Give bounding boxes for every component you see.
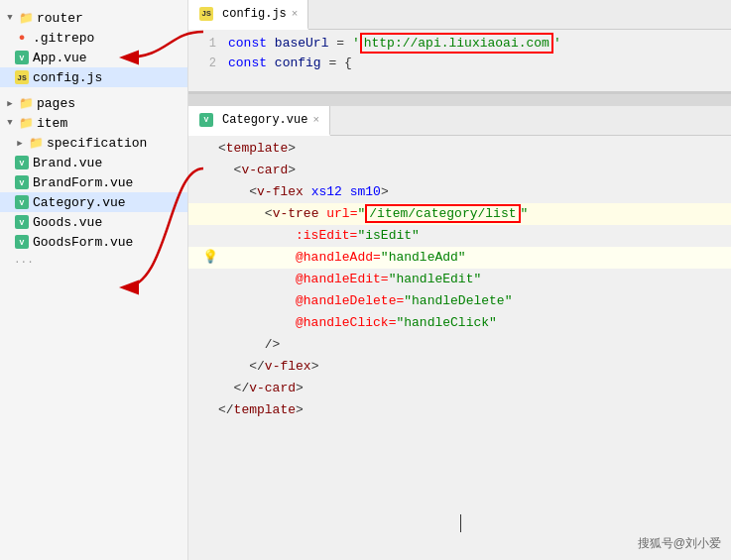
code-line-handledelete: @handleDelete="handleDelete" (188, 290, 731, 312)
sidebar-item-appvue[interactable]: V App.vue (0, 48, 187, 67)
tab-close-button[interactable]: × (312, 114, 319, 126)
chevron-down-icon: ▼ (4, 12, 16, 24)
code-line-handleedit: @handleEdit="handleEdit" (188, 269, 731, 290)
sidebar-item-label: GoodsForm.vue (33, 235, 133, 250)
top-tab-bar: JS config.js × (188, 0, 731, 30)
sidebar-item-label: specification (47, 136, 147, 151)
chevron-down-icon: ▼ (4, 117, 16, 129)
bottom-code-area: <template> <v-card> <v-flex xs12 sm10> (188, 136, 731, 423)
code-line-vcard: <v-card> (188, 160, 731, 181)
folder-icon: 📁 (18, 95, 34, 111)
sidebar-item-goodsformvue[interactable]: V GoodsForm.vue (0, 232, 187, 252)
sidebar-item-brandformvue[interactable]: V BrandForm.vue (0, 172, 187, 192)
sidebar-item-label: router (37, 11, 83, 26)
sidebar-item-label: item (37, 116, 67, 131)
sidebar-item-categoryvue[interactable]: V Category.vue (0, 192, 187, 212)
code-text: <v-flex xs12 sm10> (218, 181, 731, 203)
sidebar-item-label: Category.vue (33, 195, 126, 210)
sidebar-item-label: Goods.vue (33, 215, 102, 230)
sidebar: ▼ 📁 router ● .gitrepo V App.vue JS confi… (0, 0, 188, 560)
sidebar-item-more: ... (0, 252, 187, 268)
sidebar-item-item[interactable]: ▼ 📁 item (0, 113, 187, 133)
chevron-right-icon: ▶ (4, 97, 16, 109)
chevron-right-icon: ▶ (14, 137, 26, 149)
sidebar-item-label: BrandForm.vue (33, 175, 133, 190)
code-line-close-template: </template> (188, 399, 731, 421)
vue-icon: V (14, 194, 30, 210)
code-line-vflex: <v-flex xs12 sm10> (188, 181, 731, 203)
js-icon: JS (14, 69, 30, 85)
code-text: :isEdit="isEdit" (218, 225, 731, 247)
code-text: const baseUrl = 'http://api.liuxiaoai.co… (228, 34, 731, 54)
js-tab-icon: JS (198, 6, 214, 22)
vue-tab-icon: V (198, 112, 214, 128)
url-highlight-box: http://api.liuxiaoai.com (360, 33, 553, 54)
code-text: </v-flex> (218, 356, 731, 378)
line-number: 1 (188, 34, 228, 54)
code-text: @handleEdit="handleEdit" (218, 269, 731, 290)
sidebar-item-configjs[interactable]: JS config.js (0, 67, 187, 87)
code-text: <v-tree url="/item/category/list" (218, 203, 731, 225)
code-line-vtree: <v-tree url="/item/category/list" (188, 203, 731, 225)
sidebar-item-pages[interactable]: ▶ 📁 pages (0, 93, 187, 113)
vue-icon: V (14, 234, 30, 250)
vue-icon: V (14, 174, 30, 190)
code-text: const config = { (228, 54, 731, 73)
code-text: @handleAdd="handleAdd" (218, 247, 731, 269)
text-cursor (460, 514, 461, 532)
git-icon: ● (14, 30, 30, 46)
code-text: <v-card> (218, 160, 731, 181)
sidebar-item-gitrepo[interactable]: ● .gitrepo (0, 28, 187, 48)
code-text: </v-card> (218, 378, 731, 399)
pane-divider (188, 94, 731, 106)
line-number: 2 (188, 54, 228, 73)
sidebar-item-label: App.vue (33, 51, 87, 65)
sidebar-item-router[interactable]: ▼ 📁 router (0, 8, 187, 28)
file-tree: ▼ 📁 router ● .gitrepo V App.vue JS confi… (0, 0, 188, 560)
top-code-area: 1 const baseUrl = 'http://api.liuxiaoai.… (188, 30, 731, 77)
sidebar-item-label: config.js (33, 70, 102, 85)
code-line-isedit: :isEdit="isEdit" (188, 225, 731, 247)
sidebar-item-specification[interactable]: ▶ 📁 specification (0, 133, 187, 153)
folder-icon: 📁 (18, 10, 34, 26)
code-text: @handleClick="handleClick" (218, 312, 731, 334)
code-line-handleclick: @handleClick="handleClick" (188, 312, 731, 334)
url-highlight-box-2: /item/category/list (365, 204, 520, 223)
code-line-template: <template> (188, 138, 731, 160)
bottom-tab-bar: V Category.vue × (188, 106, 731, 136)
sidebar-item-label: Brand.vue (33, 156, 102, 170)
ellipsis: ... (14, 254, 34, 266)
bottom-editor-pane: V Category.vue × <template> (188, 106, 731, 560)
vue-icon: V (14, 50, 30, 65)
tab-categoryvue[interactable]: V Category.vue × (188, 106, 330, 136)
folder-icon: 📁 (28, 135, 44, 151)
code-line-close-vtree: /> (188, 334, 731, 356)
bulb-icon: 💡 (202, 247, 218, 269)
code-text: </template> (218, 399, 731, 421)
code-line-2: 2 const config = { (188, 54, 731, 73)
tab-label: Category.vue (222, 113, 307, 127)
code-line-close-vcard: </v-card> (188, 378, 731, 399)
tab-close-button[interactable]: × (292, 8, 299, 20)
folder-icon: 📁 (18, 115, 34, 131)
code-text: /> (218, 334, 731, 356)
vue-icon: V (14, 155, 30, 170)
sidebar-item-goodsvue[interactable]: V Goods.vue (0, 212, 187, 232)
code-line-handleadd: 💡 @handleAdd="handleAdd" (188, 247, 731, 269)
watermark: 搜狐号@刘小爱 (638, 535, 721, 552)
sidebar-item-label: pages (37, 96, 75, 111)
editor-area: JS config.js × 1 const baseUrl = 'http:/… (188, 0, 731, 560)
code-line-1: 1 const baseUrl = 'http://api.liuxiaoai.… (188, 34, 731, 54)
top-editor-pane: JS config.js × 1 const baseUrl = 'http:/… (188, 0, 731, 94)
sidebar-item-brandvue[interactable]: V Brand.vue (0, 153, 187, 172)
tab-label: config.js (222, 7, 287, 21)
code-text: <template> (218, 138, 731, 160)
code-text: @handleDelete="handleDelete" (218, 290, 731, 312)
vue-icon: V (14, 214, 30, 230)
code-line-close-vflex: </v-flex> (188, 356, 731, 378)
tab-configjs[interactable]: JS config.js × (188, 0, 308, 30)
sidebar-item-label: .gitrepo (33, 31, 94, 46)
